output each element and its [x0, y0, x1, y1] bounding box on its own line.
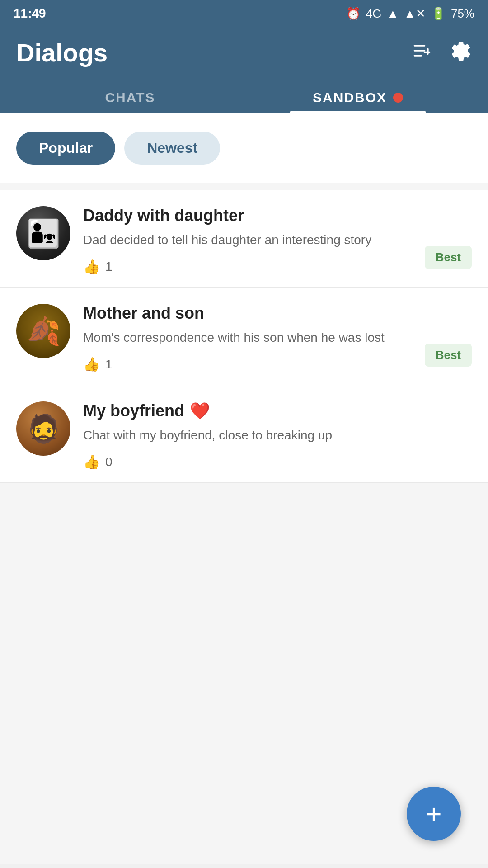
svg-rect-3	[427, 48, 429, 55]
signal-x-icon: ▲✕	[404, 7, 426, 21]
tab-sandbox[interactable]: SANDBOX	[244, 81, 472, 113]
heart-icon: ❤️	[190, 401, 210, 420]
status-bar: 11:49 ⏰ 4G ▲ ▲✕ 🔋 75%	[0, 0, 488, 27]
best-badge: Best	[425, 344, 472, 367]
chat-meta: 👍 0	[83, 454, 472, 470]
list-item[interactable]: Mother and son Mom's correspondence with…	[0, 288, 488, 385]
like-count: 0	[105, 455, 113, 469]
battery-icon: 🔋	[431, 7, 446, 21]
status-time: 11:49	[14, 6, 46, 21]
svg-rect-4	[424, 52, 431, 53]
header: Dialogs CHATS	[0, 27, 488, 113]
like-count: 1	[105, 357, 113, 372]
network-label: 4G	[366, 7, 382, 21]
alarm-icon: ⏰	[346, 7, 361, 21]
filter-bar: Popular Newest	[0, 113, 488, 183]
best-badge: Best	[425, 246, 472, 269]
filter-popular-button[interactable]: Popular	[16, 132, 115, 165]
chat-description: Mom's correspondence with his son when h…	[83, 328, 472, 347]
sandbox-notification-dot	[393, 93, 403, 103]
svg-rect-0	[414, 45, 426, 47]
battery-label: 75%	[451, 7, 474, 21]
add-list-icon	[412, 41, 432, 61]
header-actions	[412, 39, 472, 66]
list-item[interactable]: My boyfriend ❤️ Chat with my boyfriend, …	[0, 385, 488, 483]
chat-name: My boyfriend ❤️	[83, 401, 472, 420]
chat-description: Dad decided to tell his daughter an inte…	[83, 231, 472, 250]
like-icon: 👍	[83, 259, 100, 274]
chat-list: Daddy with daughter Dad decided to tell …	[0, 190, 488, 483]
avatar	[16, 401, 70, 456]
avatar	[16, 304, 70, 358]
header-top: Dialogs	[16, 38, 472, 81]
add-list-button[interactable]	[412, 41, 432, 65]
chat-info: Mother and son Mom's correspondence with…	[83, 304, 472, 372]
like-icon: 👍	[83, 356, 100, 372]
filter-newest-button[interactable]: Newest	[124, 132, 220, 165]
chat-meta: 👍 1	[83, 259, 472, 274]
avatar	[16, 206, 70, 260]
settings-icon	[448, 39, 472, 62]
sandbox-tab-content: SANDBOX	[244, 90, 472, 105]
chat-info: My boyfriend ❤️ Chat with my boyfriend, …	[83, 401, 472, 470]
page-title: Dialogs	[16, 38, 108, 67]
chat-name: Daddy with daughter	[83, 206, 472, 225]
status-indicators: ⏰ 4G ▲ ▲✕ 🔋 75%	[346, 7, 474, 21]
chat-info: Daddy with daughter Dad decided to tell …	[83, 206, 472, 274]
tab-chats[interactable]: CHATS	[16, 81, 244, 113]
add-chat-fab[interactable]: +	[407, 787, 461, 841]
tabs: CHATS SANDBOX	[16, 81, 472, 113]
settings-button[interactable]	[448, 39, 472, 66]
chat-meta: 👍 1	[83, 356, 472, 372]
svg-rect-1	[414, 50, 426, 52]
content-area: Popular Newest Daddy with daughter Dad d…	[0, 113, 488, 864]
svg-rect-2	[414, 55, 422, 57]
like-icon: 👍	[83, 454, 100, 470]
chat-description: Chat with my boyfriend, close to breakin…	[83, 426, 472, 445]
chat-name: Mother and son	[83, 304, 472, 323]
signal-icon: ▲	[387, 7, 399, 21]
like-count: 1	[105, 259, 113, 274]
list-item[interactable]: Daddy with daughter Dad decided to tell …	[0, 190, 488, 288]
